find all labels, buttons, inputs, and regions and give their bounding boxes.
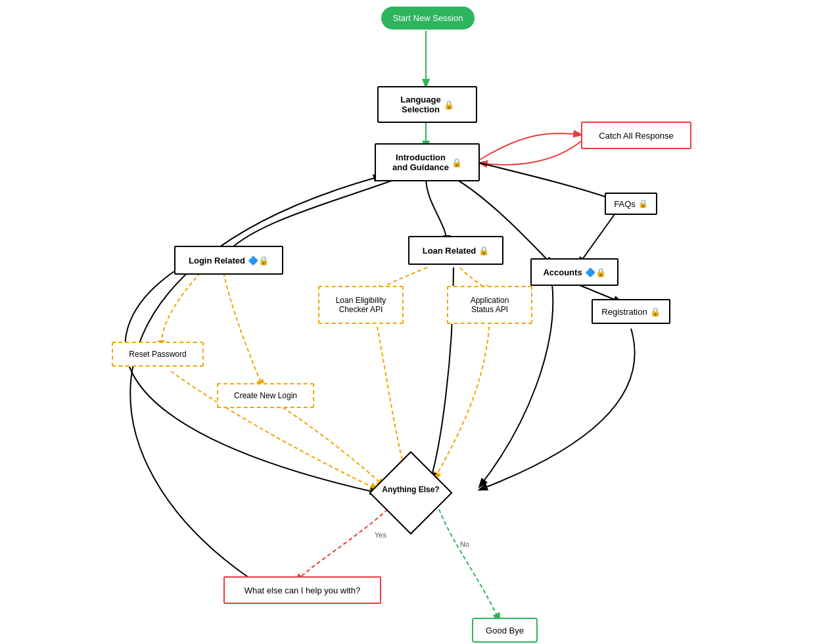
language-selection-label: LanguageSelection [400, 95, 440, 114]
accounts-label: Accounts [543, 267, 582, 277]
loan-related-label: Loan Related [423, 246, 477, 256]
language-selection-icon: 🔒 [444, 100, 454, 110]
svg-line-2 [578, 212, 617, 265]
faqs-node[interactable]: FAQs 🔒 [605, 193, 657, 215]
loan-related-node[interactable]: Loan Related 🔒 [408, 236, 503, 265]
reset-password-label: Reset Password [129, 350, 186, 359]
faqs-label: FAQs [614, 199, 636, 209]
accounts-node[interactable]: Accounts 🔷🔒 [530, 258, 618, 286]
svg-text:Yes: Yes [375, 531, 386, 539]
registration-label: Registration [601, 307, 647, 317]
accounts-icon: 🔷🔒 [585, 267, 606, 277]
language-selection-node[interactable]: LanguageSelection 🔒 [377, 86, 477, 123]
app-status-label: ApplicationStatus API [471, 296, 509, 314]
login-related-node[interactable]: Login Related 🔷🔒 [174, 246, 283, 275]
catch-all-response-label: Catch All Response [599, 131, 673, 141]
loan-eligibility-node[interactable]: Loan EligibilityChecker API [318, 286, 404, 324]
loan-related-icon: 🔒 [478, 246, 489, 256]
anything-else-label: Anything Else? [378, 485, 444, 494]
catch-all-response-node[interactable]: Catch All Response [581, 122, 691, 149]
create-new-login-label: Create New Login [234, 391, 297, 400]
what-else-node[interactable]: What else can I help you with? [223, 576, 381, 604]
intro-guidance-node[interactable]: Introductionand Guidance 🔒 [375, 143, 480, 181]
svg-text:No: No [460, 540, 469, 548]
good-bye-label: Good Bye [486, 626, 524, 635]
loan-eligibility-label: Loan EligibilityChecker API [336, 296, 386, 314]
intro-guidance-label: Introductionand Guidance [392, 152, 449, 172]
registration-node[interactable]: Registration 🔒 [592, 299, 670, 324]
anything-else-diamond[interactable]: Anything Else? [378, 460, 444, 526]
intro-guidance-icon: 🔒 [452, 158, 462, 168]
login-related-label: Login Related [189, 256, 245, 265]
what-else-label: What else can I help you with? [244, 586, 360, 595]
good-bye-node[interactable]: Good Bye [472, 618, 538, 643]
start-new-session-label: Start New Session [381, 7, 475, 30]
app-status-node[interactable]: ApplicationStatus API [447, 286, 532, 324]
login-related-icon: 🔷🔒 [248, 256, 269, 265]
faqs-icon: 🔒 [638, 199, 648, 208]
registration-icon: 🔒 [650, 307, 661, 317]
create-new-login-node[interactable]: Create New Login [217, 383, 314, 408]
reset-password-node[interactable]: Reset Password [112, 342, 204, 367]
start-new-session-node[interactable]: Start New Session [368, 3, 488, 32]
